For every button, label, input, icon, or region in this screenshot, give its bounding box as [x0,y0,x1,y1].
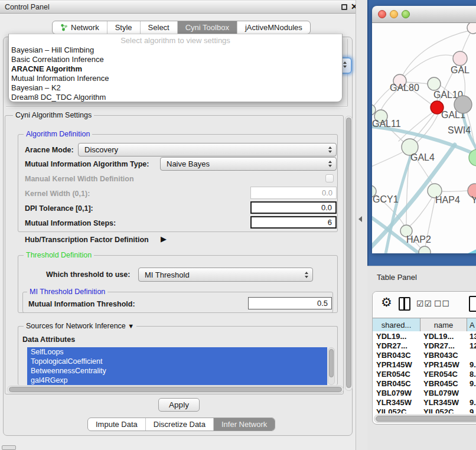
table-cell: YER054C [420,370,466,379]
network-view[interactable]: GALGAL80GAL10GAL1GAL11SWI4GAL4GCY1HAP4YH… [372,23,476,253]
table-row[interactable]: YDR27...YDR27...12 [373,341,476,350]
divider-collapse-arrow-icon[interactable] [358,216,362,222]
manual-kernel-checkbox[interactable] [325,174,334,182]
table-row[interactable]: YDL19...YDL19...13 [373,331,476,341]
table-cell: YBL079W [420,389,466,397]
data-attributes-list: SelfLoopsTopologicalCoefficientBetweenne… [27,347,327,385]
hub-section-label[interactable]: Hub/Transcription Factor Definition [25,236,149,244]
node-label: GAL80 [390,83,419,93]
tab-jactivemnodules[interactable]: jActiveMNodules [237,21,310,34]
table-row[interactable]: YLR345WYLR345W9. [373,397,476,407]
columns-icon[interactable] [399,297,410,311]
table-row[interactable]: YBR045CYBR045C9. [373,379,476,388]
split-divider[interactable] [356,0,367,450]
attribute-item-betweennesscentrality[interactable]: BetweennessCentrality [27,366,327,376]
attribute-item-gal4rgexp[interactable]: gal4RGexp [27,376,327,385]
network-edge [372,152,402,168]
cyni-mode-tabs: Impute DataDiscretize DataInfer Network [87,418,275,431]
select-all-checks-icon[interactable]: ☑☑ [416,299,432,308]
dpi-tolerance-field[interactable]: 0.0 [250,201,337,214]
float-panel-icon[interactable] [341,4,347,10]
algorithm-option-bayesian-k2[interactable]: Bayesian – K2 [9,83,342,93]
collapse-arrow-icon[interactable]: ▼ [128,322,134,330]
network-node-gal10[interactable] [428,77,441,90]
bottom-tab-discretize-data[interactable]: Discretize Data [145,418,213,431]
table-cell: YPR145W [373,360,420,369]
table-rows: YDL19...YDL19...13YDR27...YDR27...12YBR0… [373,331,476,413]
scrollbar-thumb[interactable] [9,387,342,392]
mi-threshold-label: Mutual Information Threshold: [28,300,135,308]
mi-steps-field[interactable]: 6 [250,216,337,229]
kernel-width-label: Kernel Width (0,1): [25,190,90,198]
deselect-all-checks-icon[interactable]: ☐☐ [434,299,450,308]
sources-title[interactable]: Sources for Network Inference ▼ [24,322,136,330]
table-row[interactable]: YBL079WYBL079W [373,388,476,397]
table-row[interactable]: YPR145WYPR145W9. [373,360,476,369]
table-toolbar: ⚙ ☑☑ ☐☐ [373,292,476,318]
column-header-shared[interactable]: shared... [373,318,420,331]
bottom-tab-infer-network[interactable]: Infer Network [213,418,275,431]
network-window-titlebar[interactable] [372,6,476,23]
node-label: GAL [451,65,470,75]
control-panel: Control Panel ✕ NetworkStyleSelectCyni T… [0,0,356,450]
zoom-window-button[interactable] [402,10,410,18]
table-panel: Table Panel ⚙ ☑☑ ☐☐ shared...nameA YDL19… [367,266,476,450]
network-edge [442,191,468,191]
table-cell: YDL19... [373,332,420,341]
cyni-settings-title: Cyni Algorithm Settings [13,111,94,119]
settings-vertical-scrollbar[interactable] [345,116,353,391]
tab-style[interactable]: Style [107,21,140,34]
table-cell: 13 [466,332,476,341]
network-node-gal[interactable] [453,51,467,66]
attributes-list-scrollbar[interactable] [328,347,335,385]
table-row[interactable]: YBR043CYBR043C [373,350,476,360]
table-cell: 9. [466,360,476,369]
tab-select[interactable]: Select [140,21,177,34]
algorithm-option-basic-correlation-inference[interactable]: Basic Correlation Inference [9,55,342,64]
document-icon[interactable] [469,296,476,312]
scrollbar-thumb[interactable] [376,416,476,422]
expand-arrow-icon[interactable]: ▶ [161,234,167,243]
close-window-button[interactable] [378,10,386,18]
table-cell: YLR345W [373,398,420,407]
bottom-tab-label: Impute Data [96,420,138,429]
algorithm-option-aracne-algorithm[interactable]: ARACNE Algorithm [9,64,342,74]
control-panel-titlebar: Control Panel ✕ [0,0,356,14]
table-cell: 12 [466,341,476,350]
mi-threshold-group-title: MI Threshold Definition [27,288,107,296]
mi-threshold-field[interactable]: 0.5 [248,297,332,309]
column-header-name[interactable]: name [420,318,467,331]
mi-type-select[interactable]: Naive Bayes [160,157,337,171]
tab-network[interactable]: Network [53,21,107,34]
tab-label: Select [148,23,169,32]
gear-icon[interactable]: ⚙ [381,295,392,309]
dpi-tolerance-label: DPI Tolerance [0,1]: [25,204,93,213]
network-graph: GALGAL80GAL10GAL1GAL11SWI4GAL4GCY1HAP4YH… [372,23,476,253]
scrollbar-thumb[interactable] [329,349,334,377]
attribute-item-selfloops[interactable]: SelfLoops [27,347,327,357]
stepper-arrows-icon [328,161,332,167]
table-row[interactable]: YER054CYER054C8. [373,369,476,379]
scrollbar-thumb[interactable] [346,118,351,388]
tab-cyni-toolbox[interactable]: Cyni Toolbox [177,21,237,34]
table-horizontal-scrollbar[interactable] [374,415,476,423]
bottom-tab-impute-data[interactable]: Impute Data [88,418,145,431]
table-panel-title: Table Panel [377,273,417,282]
node-label: GAL4 [410,152,435,162]
algorithm-option-bayesian-hill-climbing[interactable]: Bayesian – Hill Climbing [9,45,342,55]
minimize-window-button[interactable] [390,10,398,18]
table-cell: YBR045C [373,379,420,388]
algorithm-option-dream8-dc-tdc-algorithm[interactable]: Dream8 DC_TDC Algorithm [9,93,342,102]
settings-horizontal-scrollbar[interactable] [7,386,344,393]
algorithm-option-mutual-information-inference[interactable]: Mutual Information Inference [9,74,342,83]
network-node[interactable] [454,96,472,113]
which-threshold-select[interactable]: MI Threshold [138,268,313,282]
attribute-item-topologicalcoefficient[interactable]: TopologicalCoefficient [27,357,327,366]
network-node[interactable] [467,23,476,34]
bottom-left-widget[interactable] [2,445,16,450]
column-header-a[interactable]: A [467,318,476,331]
kernel-width-field[interactable]: 0.0 [250,187,337,199]
apply-button[interactable]: Apply [158,398,200,412]
aracne-mode-select[interactable]: Discovery [78,143,337,156]
table-row[interactable]: YIL052CYIL052C9 [373,407,476,413]
